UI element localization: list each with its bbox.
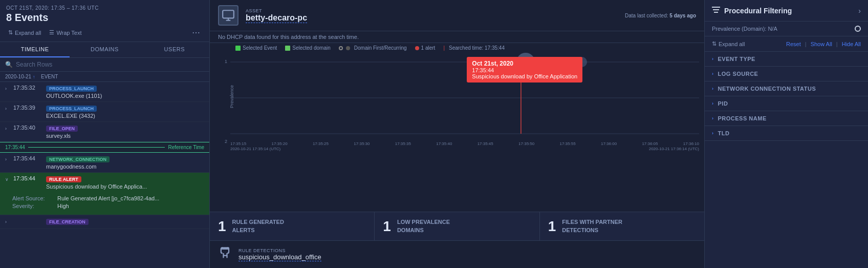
prevalence-label: Prevalence (Domain): N/A	[712, 26, 777, 32]
x-date-start: 2020-10-21 17:35:14 (UTC)	[230, 147, 280, 151]
left-panel: OCT 21ST, 2020: 17:35 – 17:36 UTC 8 Even…	[0, 0, 210, 268]
rule-info: RULE DETECTIONS suspicious_download_offi…	[238, 248, 696, 261]
data-collected: Data last collected: 5 days ago	[625, 13, 696, 18]
search-row: 🔍	[0, 58, 209, 72]
filter-section-process-name[interactable]: › PROCESS NAME	[705, 111, 868, 126]
event-label: survey.xls	[46, 133, 204, 139]
event-content: NETWORK_CONNECTION manygoodness.com	[46, 155, 204, 170]
detail-label: Alert Source:	[12, 195, 53, 201]
x-label: 17:35:50	[518, 141, 534, 146]
stat-label: RULE GENERATEDALERTS	[232, 218, 284, 234]
filter-section-label: EVENT TYPE	[718, 56, 755, 62]
event-row-header[interactable]: › FILE_CREATION	[0, 215, 209, 229]
detail-row: Severity: High	[12, 203, 201, 209]
divider: |	[836, 41, 838, 47]
list-item: ∨ 17:35:44 RULE ALERT Suspicious downloa…	[0, 173, 209, 215]
event-row-header[interactable]: ∨ 17:35:44 RULE ALERT Suspicious downloa…	[0, 173, 209, 192]
filter-section-label: LOG SOURCE	[718, 71, 758, 77]
svg-rect-0	[223, 10, 234, 18]
detail-value: High	[57, 203, 69, 209]
rule-name[interactable]: suspicious_download_office	[238, 253, 321, 261]
event-time: 17:35:40	[13, 125, 43, 131]
search-input[interactable]	[16, 61, 204, 68]
prevalence-row: Prevalence (Domain): N/A	[705, 22, 868, 36]
event-badge: FILE_OPEN	[46, 126, 78, 132]
legend-dot	[339, 46, 343, 50]
event-content: FILE_OPEN survey.xls	[46, 125, 204, 139]
filter-section-label: NETWORK CONNECTION STATUS	[718, 86, 816, 92]
col-time-header: 2020-10-21 ↑	[5, 74, 41, 79]
alert-point	[518, 59, 524, 65]
event-row-header[interactable]: › 17:35:32 PROCESS_LAUNCH OUTLOOK.exe (1…	[0, 82, 209, 101]
middle-panel: ASSET betty-decaro-pc Data last collecte…	[210, 0, 704, 268]
filter-section-pid[interactable]: › PID	[705, 96, 868, 111]
prevalence-radio[interactable]	[855, 26, 861, 32]
right-panel-title: Procedural Filtering	[724, 7, 854, 15]
list-item: › 17:35:40 FILE_OPEN survey.xls	[0, 122, 209, 142]
filter-section-log-source[interactable]: › LOG SOURCE	[705, 67, 868, 81]
filter-section-arrow: ›	[712, 116, 714, 121]
list-item: › 17:35:32 PROCESS_LAUNCH OUTLOOK.exe (1…	[0, 82, 209, 102]
x-label: 17:35:25	[313, 141, 329, 146]
detail-value: Rule Generated Alert [jo_c7fca982-4ad...	[57, 195, 159, 201]
tab-timeline[interactable]: TIMELINE	[0, 42, 70, 57]
legend-dot	[346, 46, 350, 50]
reset-link[interactable]: Reset	[786, 41, 801, 47]
chart-svg-container: Prevalence	[230, 57, 699, 154]
event-time: 17:35:44	[13, 175, 43, 181]
filter-section-network-status[interactable]: › NETWORK CONNECTION STATUS	[705, 81, 868, 96]
tab-users[interactable]: USERS	[140, 42, 209, 57]
x-label: 17:35:20	[271, 141, 287, 146]
event-row-header[interactable]: › 17:35:40 FILE_OPEN survey.xls	[0, 122, 209, 141]
event-row-header[interactable]: › 17:35:44 NETWORK_CONNECTION manygoodne…	[0, 153, 209, 172]
event-details: Alert Source: Rule Generated Alert [jo_c…	[0, 192, 209, 215]
chart-svg	[230, 57, 699, 139]
filter-section-label: TLD	[718, 130, 730, 136]
rule-icon	[218, 246, 232, 263]
event-label: OUTLOOK.exe (1101)	[46, 93, 204, 99]
asset-info: ASSET betty-decaro-pc	[246, 8, 618, 23]
chart-area: Oct 21st, 2020 17:35:44 Suspicious downl…	[210, 53, 704, 212]
filter-section-label: PID	[718, 100, 728, 107]
asset-name[interactable]: betty-decaro-pc	[246, 13, 307, 23]
event-content: PROCESS_LAUNCH EXCEL.EXE (3432)	[46, 105, 204, 119]
event-time: 17:35:44	[13, 155, 43, 161]
wrap-icon: ☰	[49, 29, 54, 36]
x-label: 17:36:10	[683, 141, 699, 146]
right-panel-arrow[interactable]: ›	[858, 7, 861, 15]
stat-item[interactable]: 1 FILES WITH PARTNERDETECTIONS	[540, 212, 704, 240]
more-options-button[interactable]: ⋯	[189, 27, 203, 38]
hide-all-link[interactable]: Hide All	[842, 41, 861, 47]
legend-dot	[415, 46, 419, 50]
legend-pipe: |	[443, 45, 445, 51]
event-badge: FILE_CREATION	[46, 219, 89, 225]
events-list: › 17:35:32 PROCESS_LAUNCH OUTLOOK.exe (1…	[0, 82, 209, 268]
col-event-header: EVENT	[41, 74, 204, 79]
stat-label: LOW PREVALENCEDOMAINS	[397, 218, 450, 234]
filter-section-tld[interactable]: › TLD	[705, 126, 868, 141]
wrap-text-button[interactable]: ☰ Wrap Text	[47, 28, 83, 37]
list-item: › 17:35:44 NETWORK_CONNECTION manygoodne…	[0, 153, 209, 173]
event-row-header[interactable]: › 17:35:39 PROCESS_LAUNCH EXCEL.EXE (343…	[0, 102, 209, 121]
wrap-text-label: Wrap Text	[56, 30, 81, 36]
filter-section-event-type[interactable]: › EVENT TYPE	[705, 52, 868, 67]
tab-domains[interactable]: DOMAINS	[70, 42, 139, 57]
dhcp-notice: No DHCP data found for this address at t…	[218, 34, 359, 40]
event-content: PROCESS_LAUNCH OUTLOOK.exe (1101)	[46, 85, 204, 99]
stat-item[interactable]: 1 RULE GENERATEDALERTS	[210, 212, 375, 240]
show-all-link[interactable]: Show All	[811, 41, 832, 47]
reference-time: 17:35:44 Reference Time	[0, 142, 209, 153]
stat-number: 1	[548, 219, 556, 234]
stat-item[interactable]: 1 LOW PREVALENCEDOMAINS	[375, 212, 539, 240]
x-label: 17:35:45	[478, 141, 493, 146]
sort-arrow: ↑	[33, 74, 35, 79]
expand-arrow-icon: ›	[5, 157, 10, 162]
event-label: EXCEL.EXE (3432)	[46, 113, 204, 119]
expand-all-button[interactable]: ⇅ Expand all	[6, 28, 43, 37]
expand-all-label: Expand all	[719, 41, 745, 47]
legend-selected-event: Selected Event	[235, 45, 277, 51]
chart-point	[577, 57, 587, 67]
event-badge: NETWORK_CONNECTION	[46, 156, 110, 162]
list-item: › FILE_CREATION	[0, 215, 209, 229]
right-expand-all-button[interactable]: ⇅ Expand all	[712, 40, 745, 47]
